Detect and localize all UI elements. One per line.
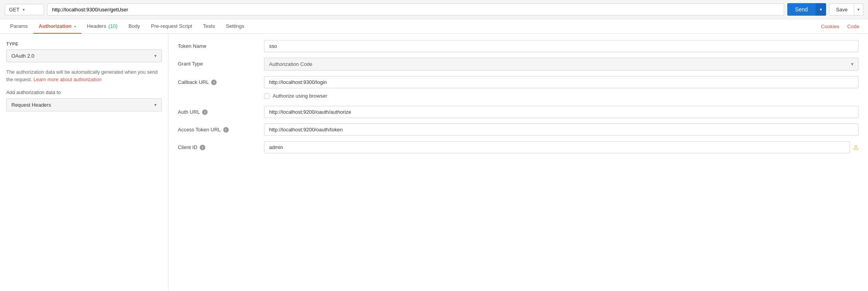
tab-body[interactable]: Body bbox=[123, 19, 146, 34]
client-id-warning-icon: ⚠ bbox=[853, 144, 859, 151]
auth-url-input[interactable] bbox=[264, 106, 859, 118]
add-auth-label: Add authorization data to bbox=[6, 90, 162, 95]
right-panel: Token Name Grant Type Authorization Code… bbox=[168, 34, 868, 291]
type-chevron-icon: ▾ bbox=[154, 53, 157, 58]
add-auth-chevron-icon: ▾ bbox=[154, 102, 157, 107]
tab-pre-request-script[interactable]: Pre-request Script bbox=[146, 19, 198, 34]
add-auth-selector[interactable]: Request Headers ▾ bbox=[6, 98, 162, 111]
grant-type-chevron-icon: ▾ bbox=[851, 62, 854, 67]
type-label: TYPE bbox=[6, 42, 162, 46]
type-value: OAuth 2.0 bbox=[11, 53, 34, 59]
grant-type-label: Grant Type bbox=[178, 58, 264, 67]
callback-url-row: Callback URL i Authorize using browser bbox=[178, 76, 859, 100]
access-token-url-info-icon[interactable]: i bbox=[223, 127, 229, 133]
client-id-input[interactable] bbox=[264, 141, 850, 153]
main-content: TYPE OAuth 2.0 ▾ The authorization data … bbox=[0, 34, 868, 291]
token-name-input[interactable] bbox=[264, 40, 859, 52]
tab-link-cookies[interactable]: Cookies bbox=[817, 20, 843, 33]
headers-badge: (10) bbox=[108, 23, 118, 29]
access-token-url-label: Access Token URL i bbox=[178, 124, 264, 133]
token-name-label: Token Name bbox=[178, 40, 264, 49]
callback-url-group: Authorize using browser bbox=[264, 76, 859, 100]
access-token-url-row: Access Token URL i bbox=[178, 124, 859, 136]
top-bar: GET ▾ Send ▾ Save ▾ bbox=[0, 0, 868, 19]
left-panel: TYPE OAuth 2.0 ▾ The authorization data … bbox=[0, 34, 168, 291]
client-id-with-warning: ⚠ bbox=[264, 141, 859, 153]
type-selector[interactable]: OAuth 2.0 ▾ bbox=[6, 49, 162, 62]
send-arrow-button[interactable]: ▾ bbox=[816, 3, 826, 16]
tab-tests[interactable]: Tests bbox=[197, 19, 220, 34]
save-button[interactable]: Save bbox=[829, 4, 854, 16]
grant-type-selector[interactable]: Authorization Code ▾ bbox=[264, 58, 859, 71]
auth-url-info-icon[interactable]: i bbox=[202, 109, 208, 115]
learn-more-link[interactable]: Learn more about authorization bbox=[34, 77, 102, 82]
method-label: GET bbox=[9, 7, 20, 13]
add-auth-value: Request Headers bbox=[11, 102, 51, 108]
callback-url-label: Callback URL i bbox=[178, 76, 264, 85]
tab-params[interactable]: Params bbox=[5, 19, 33, 34]
method-selector[interactable]: GET ▾ bbox=[5, 4, 44, 15]
token-name-row: Token Name bbox=[178, 40, 859, 52]
access-token-url-input[interactable] bbox=[264, 124, 859, 136]
tabs-bar: Params Authorization ● Headers (10) Body… bbox=[0, 19, 868, 34]
send-button[interactable]: Send bbox=[787, 3, 816, 16]
grant-type-value: Authorization Code bbox=[269, 61, 313, 67]
authorize-browser-label: Authorize using browser bbox=[273, 93, 327, 99]
client-id-label: Client ID i bbox=[178, 141, 264, 150]
auth-description: The authorization data will be automatic… bbox=[6, 69, 162, 84]
callback-url-input[interactable] bbox=[264, 76, 859, 88]
method-chevron-icon: ▾ bbox=[23, 7, 25, 12]
client-id-row: Client ID i ⚠ bbox=[178, 141, 859, 153]
auth-url-row: Auth URL i bbox=[178, 106, 859, 118]
grant-type-row: Grant Type Authorization Code ▾ bbox=[178, 58, 859, 71]
client-id-info-icon[interactable]: i bbox=[200, 145, 205, 150]
authorize-browser-row: Authorize using browser bbox=[264, 91, 859, 100]
send-group: Send ▾ bbox=[787, 3, 826, 16]
authorize-browser-checkbox[interactable] bbox=[264, 93, 269, 99]
save-group: Save ▾ bbox=[829, 4, 863, 16]
tab-authorization[interactable]: Authorization ● bbox=[33, 19, 81, 34]
auth-url-label: Auth URL i bbox=[178, 106, 264, 115]
tab-headers[interactable]: Headers (10) bbox=[81, 19, 123, 34]
callback-url-info-icon[interactable]: i bbox=[211, 80, 217, 85]
url-input[interactable] bbox=[47, 4, 784, 16]
tab-settings[interactable]: Settings bbox=[221, 19, 250, 34]
save-arrow-button[interactable]: ▾ bbox=[854, 4, 863, 16]
tab-link-code[interactable]: Code bbox=[843, 20, 863, 33]
authorization-dot-icon: ● bbox=[74, 25, 76, 28]
